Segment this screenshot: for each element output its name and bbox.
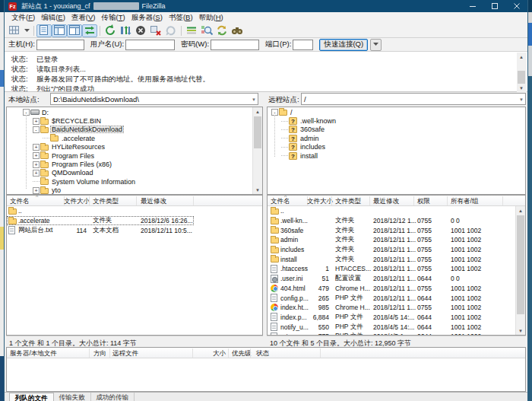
menu-item-server[interactable]: 服务器(S) (128, 13, 166, 23)
message-log-scrollbar[interactable]: ▲ ▼ (517, 53, 527, 92)
find-files-icon[interactable] (230, 24, 245, 37)
column-header[interactable]: 所有者/组 (451, 197, 478, 206)
queue-column-resize-handle[interactable] (109, 348, 110, 358)
expand-icon[interactable]: + (33, 161, 40, 168)
refresh-icon[interactable] (103, 24, 118, 37)
remote-file-row[interactable]: 360safe文件夹2018/12/11 1...07551001 1002 (268, 225, 525, 235)
column-resize-handle[interactable] (331, 196, 332, 205)
column-header[interactable]: 最近修改 (141, 197, 166, 206)
queue-column-header[interactable]: 方向 (93, 349, 106, 358)
toggle-local-tree-icon[interactable] (52, 24, 67, 37)
password-input[interactable] (211, 40, 259, 50)
remote-list-scrollbar[interactable]: ▲▼ (515, 206, 525, 335)
remote-file-row[interactable]: config.p...265PHP 文件2018/12/11 1...06441… (268, 293, 525, 303)
local-tree-item[interactable]: System Volume Information (7, 177, 262, 186)
minimize-button[interactable] (461, 0, 483, 12)
local-site-combobox[interactable]: D:\BaiduNetdiskDownload\ ▼ (50, 93, 258, 105)
remote-file-row[interactable]: index.ht...985Chrome H...2018/12/11 1...… (268, 303, 525, 313)
local-tree-item[interactable]: +Program Files (x86) (7, 160, 262, 168)
column-header[interactable]: 文件类型 (335, 197, 361, 206)
site-manager-dropdown-icon[interactable] (22, 24, 31, 37)
maximize-button[interactable] (483, 0, 505, 12)
column-resize-handle[interactable] (447, 196, 448, 205)
menu-item-view[interactable]: 查看(V) (68, 13, 99, 23)
queue-column-header[interactable]: 状态 (256, 349, 269, 358)
queue-column-header[interactable]: 大小 (192, 349, 226, 358)
queue-column-header[interactable]: 远程文件 (112, 349, 138, 358)
column-header[interactable]: 文件名 (10, 197, 30, 206)
quickconnect-dropdown-icon[interactable] (370, 39, 382, 51)
column-resize-handle[interactable] (193, 196, 194, 205)
filter-icon[interactable] (184, 24, 199, 37)
remote-file-row[interactable]: return_...775PHP 文件2018/4/5 1...06441001… (268, 332, 525, 335)
column-header[interactable]: 文件大小 (64, 197, 87, 206)
local-tree-item[interactable]: +yto (7, 186, 262, 195)
menu-item-edit[interactable]: 编辑(E) (38, 13, 68, 23)
remote-tree-item[interactable]: ?.well-known (268, 116, 525, 125)
local-file-row[interactable]: 网站后台.txt114文本文档2018/12/11 10:5... (7, 225, 262, 235)
queue-tab-2[interactable]: 成功的传输 (91, 393, 135, 401)
menu-item-transfer[interactable]: 传输(T) (99, 13, 128, 23)
username-input[interactable] (125, 40, 175, 50)
port-input[interactable] (293, 40, 313, 50)
remote-tree-item[interactable]: ?install (268, 151, 525, 160)
local-tree-item[interactable]: -D: (7, 108, 262, 116)
local-file-row[interactable]: .. (7, 206, 262, 216)
expand-icon[interactable]: + (33, 170, 40, 177)
queue-column-resize-handle[interactable] (228, 348, 229, 358)
column-resize-handle[interactable] (413, 196, 414, 205)
local-tree-item[interactable]: +HYLiteResources (7, 143, 262, 151)
remote-file-row[interactable]: includes文件夹2018/12/11 1...07551001 1002 (268, 245, 525, 255)
close-button[interactable] (505, 0, 527, 12)
column-resize-handle[interactable] (369, 196, 370, 205)
remote-file-row[interactable]: .user.ini51配置设置2018/12/11 1...06440 0 (268, 274, 525, 284)
queue-column-resize-handle[interactable] (320, 348, 321, 358)
toggle-transfer-queue-icon[interactable] (82, 24, 97, 37)
cancel-operation-icon[interactable] (133, 24, 148, 37)
remote-file-row[interactable]: .. (268, 206, 525, 216)
column-resize-handle[interactable] (502, 196, 503, 205)
local-tree-item[interactable]: +QMDownload (7, 169, 262, 177)
remote-file-row[interactable]: 404.html479Chrome H...2018/12/11 1...075… (268, 284, 525, 294)
expand-icon[interactable]: + (33, 152, 40, 159)
quickconnect-button[interactable]: 快速连接(Q) (319, 39, 368, 51)
process-queue-icon[interactable] (118, 24, 133, 37)
toggle-remote-tree-icon[interactable] (67, 24, 82, 37)
column-header[interactable]: 文件名 (271, 197, 290, 206)
directory-comparison-icon[interactable] (199, 24, 214, 37)
queue-column-header[interactable]: 优先级 (232, 349, 252, 358)
remote-tree-item[interactable]: ?360safe (268, 126, 525, 134)
synchronized-browsing-icon[interactable] (214, 24, 230, 37)
collapse-icon[interactable]: - (33, 126, 40, 133)
expand-icon[interactable]: + (33, 118, 40, 125)
remote-tree-item[interactable]: -/ (268, 108, 525, 116)
column-header[interactable]: 文件大小 (307, 197, 329, 206)
local-tree-scrollbar[interactable]: ▲▼ (252, 107, 262, 194)
disconnect-icon[interactable] (148, 24, 163, 37)
remote-tree-item[interactable]: ?admin (268, 134, 525, 142)
menu-item-file[interactable]: 文件(F) (8, 13, 38, 23)
expand-icon[interactable]: + (33, 144, 40, 151)
remote-file-row[interactable]: admin文件夹2018/12/11 1...07551001 1002 (268, 235, 525, 245)
local-tree-item[interactable]: +Program Files (7, 151, 262, 160)
remote-site-combobox[interactable]: / ▼ (301, 93, 526, 105)
local-tree-item[interactable]: -BaiduNetdiskDownload (7, 126, 262, 134)
site-manager-icon[interactable] (7, 24, 22, 37)
menu-item-help[interactable]: 帮助(H) (196, 13, 226, 23)
queue-tab-0[interactable]: 列队的文件 (9, 393, 54, 401)
column-header[interactable]: 文件类型 (93, 197, 119, 206)
expand-icon[interactable]: + (33, 187, 40, 194)
remote-tree-item[interactable]: ?includes (268, 143, 525, 151)
remote-file-row[interactable]: notify_u...550PHP 文件2018/4/5 14:...06441… (268, 322, 525, 332)
local-file-row[interactable]: .accelerate文件夹2018/12/6 16:26... (7, 216, 262, 226)
column-header[interactable]: 最近修改 (373, 197, 399, 206)
local-tree-item[interactable]: +$RECYCLE.BIN (7, 116, 262, 125)
column-header[interactable]: 权限 (417, 197, 430, 206)
column-resize-handle[interactable] (136, 196, 137, 205)
toggle-message-log-icon[interactable] (36, 24, 52, 37)
queue-tab-1[interactable]: 传输失败 (54, 393, 91, 401)
queue-column-resize-handle[interactable] (89, 348, 90, 358)
remote-file-row[interactable]: install文件夹2018/12/11 1...07551001 1002 (268, 254, 525, 264)
column-resize-handle[interactable] (89, 196, 90, 205)
host-input[interactable] (36, 40, 84, 50)
